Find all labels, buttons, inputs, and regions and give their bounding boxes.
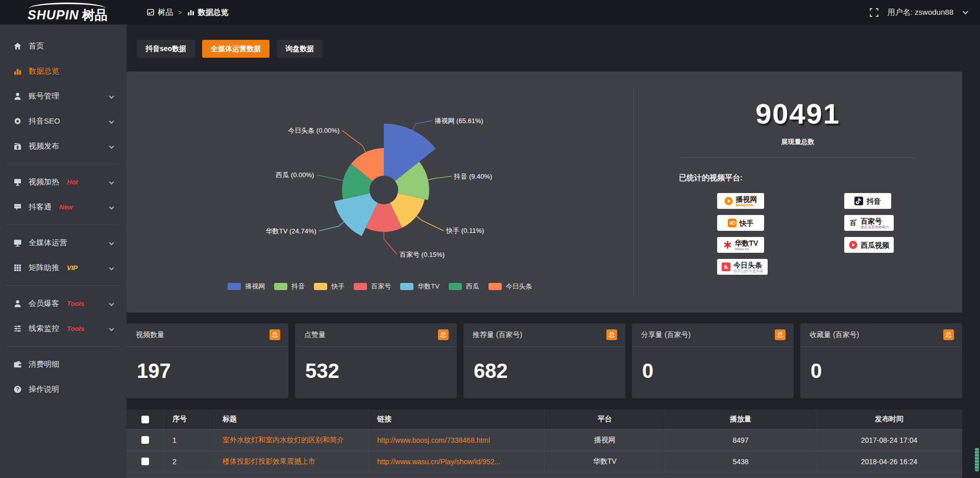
platform-name: 华数TV bbox=[735, 240, 758, 247]
platform-subtext: 你关心的 才是头条 bbox=[733, 269, 763, 273]
data-tabs: 抖音seo数据全媒体运营数据询盘数据 bbox=[137, 40, 323, 58]
sidebar-item-chart[interactable]: 数据总览 bbox=[0, 59, 127, 84]
platform-name: 快手 bbox=[740, 220, 754, 227]
chevron-down-icon[interactable] bbox=[109, 119, 114, 124]
grid-icon bbox=[13, 264, 22, 272]
cell-title-link[interactable]: 楼体投影灯投影效果震撼上市 bbox=[214, 451, 369, 472]
cell-title-link[interactable]: 室外水纹灯和室内水纹灯的区别和简介 bbox=[214, 429, 369, 450]
stat-card-1: 点赞量总532 bbox=[295, 323, 457, 398]
sidebar-item-heat[interactable]: 视频加热Hot bbox=[0, 170, 127, 195]
sidebar: 首页数据总览账号管理抖音SEO视频发布视频加热Hot抖客通New全媒体运营矩阵助… bbox=[0, 25, 127, 478]
monitor-icon bbox=[13, 238, 22, 247]
legend-label: 快手 bbox=[331, 282, 345, 291]
breadcrumb-home[interactable]: 树品 bbox=[147, 8, 173, 17]
sidebar-item-label: 线索监控 bbox=[29, 324, 59, 333]
summary-divider bbox=[680, 157, 915, 158]
chevron-down-icon[interactable] bbox=[109, 326, 114, 331]
sidebar-item-user[interactable]: 账号管理 bbox=[0, 84, 127, 109]
sidebar-item-monitor[interactable]: 全媒体运营 bbox=[0, 230, 127, 255]
pie-label-line bbox=[416, 216, 444, 231]
legend-item-0[interactable]: 播视网 bbox=[228, 282, 265, 291]
chevron-down-icon[interactable] bbox=[109, 205, 114, 210]
tab-1[interactable]: 全媒体运营数据 bbox=[202, 40, 270, 58]
sidebar-item-home[interactable]: 首页 bbox=[0, 34, 127, 59]
breadcrumb-current[interactable]: 数据总览 bbox=[187, 8, 229, 17]
tab-0[interactable]: 抖音seo数据 bbox=[137, 40, 195, 58]
sidebar-item-grid[interactable]: 矩阵助推VIP bbox=[0, 255, 127, 280]
help-icon: ? bbox=[13, 385, 22, 394]
stat-card-3: 分享量 (百家号)总0 bbox=[632, 323, 794, 398]
sidebar-item-member[interactable]: 会员爆客Tools bbox=[0, 291, 127, 316]
bubble-icon bbox=[13, 203, 22, 211]
platform-badge-wasu: 华数TVwasu.cn bbox=[717, 237, 764, 253]
cell-time: 2017-08-24 17:04 bbox=[816, 429, 962, 450]
platform-name: 西瓜视频 bbox=[861, 242, 889, 249]
chevron-down-icon[interactable] bbox=[963, 9, 968, 14]
videos-table: 序号标题链接平台播放量发布时间1室外水纹灯和室内水纹灯的区别和简介http://… bbox=[127, 410, 962, 478]
legend-swatch bbox=[314, 283, 327, 290]
sidebar-item-wallet[interactable]: 消费明细 bbox=[0, 352, 127, 377]
wasu-logo-icon bbox=[723, 241, 732, 249]
column-header: 播放量 bbox=[666, 410, 816, 429]
sidebar-item-sliders[interactable]: 线索监控Tools bbox=[0, 316, 127, 341]
legend-item-5[interactable]: 西瓜 bbox=[449, 282, 479, 291]
baijia-logo-icon: 百 bbox=[849, 219, 857, 227]
chevron-down-icon[interactable] bbox=[109, 94, 114, 99]
select-all-checkbox[interactable] bbox=[141, 416, 149, 423]
fullscreen-icon[interactable] bbox=[870, 8, 878, 17]
chevron-down-icon[interactable] bbox=[109, 180, 114, 185]
legend-swatch bbox=[488, 283, 502, 290]
tab-2[interactable]: 询盘数据 bbox=[277, 40, 323, 58]
pie-label: 今日头条 (0.00%) bbox=[288, 127, 339, 134]
app-logo[interactable]: SHUPIN树品 bbox=[0, 0, 127, 25]
stat-card-label: 点赞量 bbox=[304, 330, 326, 340]
sidebar-divider bbox=[7, 225, 119, 225]
platform-badge-baijia: 百百家号做企业更有影响力 bbox=[844, 215, 894, 231]
chevron-down-icon[interactable] bbox=[109, 144, 114, 149]
cell-time: 2018-04-26 16:24 bbox=[816, 451, 962, 472]
sidebar-item-label: 会员爆客 bbox=[29, 299, 59, 308]
column-header: 链接 bbox=[369, 410, 545, 429]
cell-no: 2 bbox=[164, 451, 214, 472]
row-checkbox[interactable] bbox=[141, 458, 149, 465]
legend-item-4[interactable]: 华数TV bbox=[400, 282, 439, 291]
stat-card-value: 0 bbox=[800, 347, 962, 395]
total-badge: 总 bbox=[438, 329, 449, 340]
legend-label: 播视网 bbox=[245, 282, 265, 291]
cell-platform: 华数TV bbox=[545, 451, 666, 472]
chevron-down-icon[interactable] bbox=[109, 266, 114, 271]
pie-label: 华数TV (24.74%) bbox=[266, 227, 316, 235]
pie-label-line bbox=[412, 121, 432, 131]
total-badge: 总 bbox=[943, 329, 954, 340]
chart-panel: 播视网 (65.61%)抖音 (9.40%)快手 (0.11%)百家号 (0.1… bbox=[127, 71, 962, 313]
sidebar-item-bubble[interactable]: 抖客通New bbox=[0, 195, 127, 220]
platform-name: 播视网 bbox=[736, 196, 757, 203]
breadcrumb-label: 数据总览 bbox=[198, 8, 229, 17]
sidebar-divider bbox=[7, 346, 119, 347]
row-checkbox[interactable] bbox=[141, 436, 149, 444]
svg-text:?: ? bbox=[16, 387, 19, 392]
chevron-down-icon[interactable] bbox=[109, 241, 114, 246]
scrollbar-thumb[interactable] bbox=[975, 448, 979, 471]
stat-card-label: 视频数量 bbox=[136, 330, 164, 340]
stat-card-label: 分享量 (百家号) bbox=[641, 330, 691, 340]
chart-legend: 播视网抖音快手百家号华数TV西瓜今日头条 bbox=[127, 282, 633, 291]
legend-item-3[interactable]: 百家号 bbox=[354, 282, 391, 291]
gear-icon bbox=[13, 117, 22, 126]
legend-item-1[interactable]: 抖音 bbox=[274, 282, 305, 291]
legend-item-2[interactable]: 快手 bbox=[314, 282, 345, 291]
sidebar-item-gear[interactable]: 抖音SEO bbox=[0, 109, 127, 134]
breadcrumb-label: 树品 bbox=[158, 8, 173, 17]
legend-label: 西瓜 bbox=[466, 282, 479, 291]
sidebar-item-publish[interactable]: 视频发布 bbox=[0, 134, 127, 159]
cell-url-link[interactable]: http://www.wasu.cn/Play/show/id/952... bbox=[369, 451, 545, 472]
username[interactable]: 用户名: zswodun88 bbox=[888, 8, 953, 17]
sidebar-item-label: 首页 bbox=[29, 41, 44, 51]
column-header: 发布时间 bbox=[816, 410, 962, 429]
sidebar-item-help[interactable]: ?操作说明 bbox=[0, 377, 127, 402]
stat-card-value: 532 bbox=[295, 347, 457, 395]
chevron-down-icon[interactable] bbox=[109, 301, 114, 306]
cell-url-link[interactable]: http://www.boosj.com/7338468.html bbox=[369, 429, 545, 450]
legend-item-6[interactable]: 今日头条 bbox=[488, 282, 532, 291]
table-row-partial bbox=[127, 472, 962, 478]
